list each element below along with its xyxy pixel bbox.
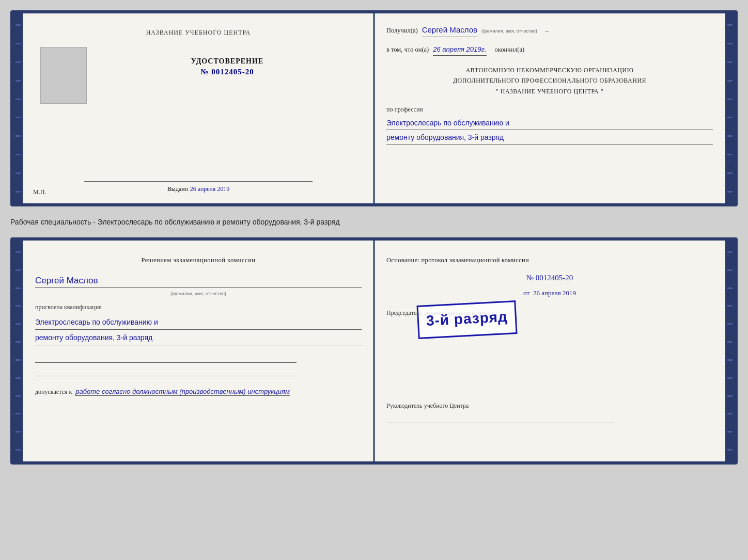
cert-title: УДОСТОВЕРЕНИЕ [191, 57, 263, 66]
issued-label: Выдано [167, 185, 188, 193]
org-line2: ДОПОЛНИТЕЛЬНОГО ПРОФЕССИОНАЛЬНОГО ОБРАЗО… [386, 75, 713, 86]
top-certificate-card: НАЗВАНИЕ УЧЕБНОГО ЦЕНТРА УДОСТОВЕРЕНИЕ №… [10, 10, 738, 206]
right-side-deco: – – и а ← – – [725, 13, 735, 203]
bottom-spine-left [13, 241, 23, 461]
cert-number: № 0012405-20 [200, 68, 254, 76]
org-line1: АВТОНОМНУЮ НЕКОММЕРЧЕСКУЮ ОРГАНИЗАЦИЮ [386, 65, 713, 75]
in-that-date: 26 апреля 2019г. [433, 44, 486, 56]
person-hint: (фамилия, имя, отчество) [170, 291, 226, 296]
completed-label: окончил(а) [495, 44, 525, 55]
допускается-text: работе согласно должностным (производств… [75, 388, 290, 396]
chairman-block: Председатель экзаменационной комиссии 3-… [386, 308, 713, 360]
recipient-label: Получил(а) [386, 25, 418, 36]
photo-placeholder [40, 47, 87, 104]
qual-line1: Электрослесарь по обслуживанию и [35, 315, 362, 330]
top-doc-left-panel: НАЗВАНИЕ УЧЕБНОГО ЦЕНТРА УДОСТОВЕРЕНИЕ №… [23, 13, 374, 203]
middle-label: Рабочая специальность - Электрослесарь п… [10, 216, 738, 228]
issued-date: 26 апреля 2019 [190, 185, 229, 193]
profession-line1: Электрослесарь по обслуживанию и [386, 117, 713, 130]
rukovoditel-block: Руководитель учебного Центра [386, 401, 713, 423]
signature-lines [35, 353, 362, 376]
sig-line-1 [35, 353, 297, 363]
recipient-name: Сергей Маслов [422, 24, 477, 37]
in-that-label: в том, что он(а) [386, 44, 429, 55]
spine-left [13, 13, 23, 203]
org-block: АВТОНОМНУЮ НЕКОММЕРЧЕСКУЮ ОРГАНИЗАЦИЮ ДО… [386, 65, 713, 97]
profession-line2: ремонту оборудования, 3-й разряд [386, 131, 713, 145]
bottom-doc-left-panel: Решением экзаменационной комиссии Сергей… [23, 241, 374, 461]
допускается-block: допускается к работе согласно должностны… [35, 387, 362, 397]
in-that-line: в том, что он(а) 26 апреля 2019г. окончи… [386, 44, 713, 56]
mp-label: М.П. [33, 188, 46, 196]
person-name: Сергей Маслов [35, 274, 362, 288]
date-of-line: от 26 апреля 2019 [386, 288, 713, 299]
date-prefix: от [523, 289, 529, 297]
recipient-hint: (фамилия, имя, отчество) [481, 27, 537, 35]
qual-line2: ремонту оборудования, 3-й разряд [35, 331, 362, 345]
recipient-line: Получил(а) Сергей Маслов (фамилия, имя, … [386, 24, 713, 37]
bottom-right-side-deco: – – – и а ← – – – – [725, 241, 735, 461]
bottom-certificate-card: Решением экзаменационной комиссии Сергей… [10, 237, 738, 465]
qualification-label: присвоена квалификация [35, 302, 362, 312]
rukovoditel-label: Руководитель учебного Центра [386, 401, 713, 411]
stamp: 3-й разряд [416, 300, 517, 339]
person-name-block: Сергей Маслов (фамилия, имя, отчество) [35, 274, 362, 298]
top-center-title: НАЗВАНИЕ УЧЕБНОГО ЦЕНТРА [146, 29, 251, 37]
sig-line-right [386, 413, 615, 423]
top-doc-right-panel: Получил(а) Сергей Маслов (фамилия, имя, … [374, 13, 725, 203]
protocol-number: № 0012405-20 [386, 271, 713, 284]
dash-after-name: – [546, 25, 549, 36]
stamp-text: 3-й разряд [426, 306, 508, 333]
sig-line-2 [35, 366, 297, 376]
osnova-title: Основание: протокол экзаменационной коми… [386, 255, 713, 265]
profession-label: по профессии [386, 105, 713, 115]
допускается-prefix: допускается к [35, 388, 72, 395]
org-line3: " НАЗВАНИЕ УЧЕБНОГО ЦЕНТРА " [386, 86, 713, 97]
bottom-doc-right-panel: Основание: протокол экзаменационной коми… [374, 241, 725, 461]
commission-title: Решением экзаменационной комиссии [35, 255, 362, 265]
date-value: 26 апреля 2019 [533, 289, 576, 297]
